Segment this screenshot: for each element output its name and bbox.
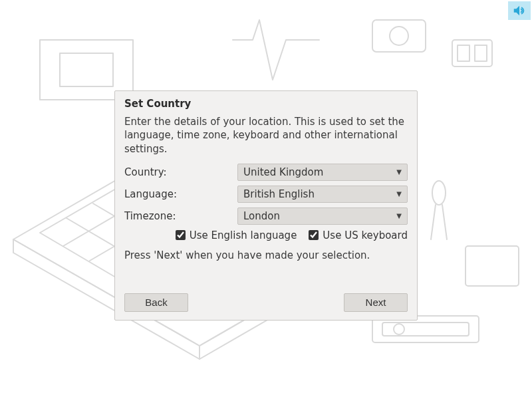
language-value: British English (243, 188, 315, 200)
use-us-keyboard-checkbox[interactable]: Use US keyboard (309, 229, 408, 241)
language-select[interactable]: British English ▼ (237, 186, 408, 203)
use-english-checkbox[interactable]: Use English language (176, 229, 297, 241)
svg-rect-16 (372, 20, 426, 52)
country-value: United Kingdom (243, 166, 323, 178)
country-label: Country: (124, 166, 237, 178)
use-us-keyboard-input[interactable] (309, 230, 319, 240)
dialog-title: Set Country (124, 98, 408, 110)
svg-rect-20 (475, 45, 487, 61)
use-english-input[interactable] (176, 230, 186, 240)
svg-rect-23 (60, 53, 113, 86)
svg-point-17 (390, 27, 408, 45)
language-row: Language: British English ▼ (124, 186, 408, 203)
dialog-description: Enter the details of your location. This… (124, 115, 408, 156)
dialog-hint: Press 'Next' when you have made your sel… (124, 249, 408, 261)
timezone-row: Timezone: London ▼ (124, 207, 408, 225)
button-row: Back Next (124, 293, 408, 312)
svg-line-11 (431, 205, 436, 239)
next-button[interactable]: Next (344, 293, 408, 312)
timezone-value: London (243, 210, 280, 222)
country-row: Country: United Kingdom ▼ (124, 164, 408, 181)
checkbox-row: Use English language Use US keyboard (124, 229, 408, 241)
timezone-select[interactable]: London ▼ (237, 207, 408, 225)
svg-point-15 (394, 324, 404, 334)
chevron-down-icon: ▼ (396, 190, 402, 198)
use-english-label: Use English language (190, 229, 297, 241)
use-us-keyboard-label: Use US keyboard (323, 229, 408, 241)
volume-icon[interactable] (508, 1, 531, 20)
svg-line-12 (442, 205, 447, 239)
chevron-down-icon: ▼ (396, 212, 402, 219)
set-country-dialog: Set Country Enter the details of your lo… (114, 90, 418, 321)
svg-rect-21 (466, 246, 519, 286)
svg-point-10 (432, 181, 446, 205)
country-select[interactable]: United Kingdom ▼ (237, 164, 408, 181)
svg-rect-19 (458, 45, 469, 61)
language-label: Language: (124, 188, 237, 200)
back-button[interactable]: Back (124, 293, 188, 312)
timezone-label: Timezone: (124, 210, 237, 222)
chevron-down-icon: ▼ (396, 168, 402, 176)
